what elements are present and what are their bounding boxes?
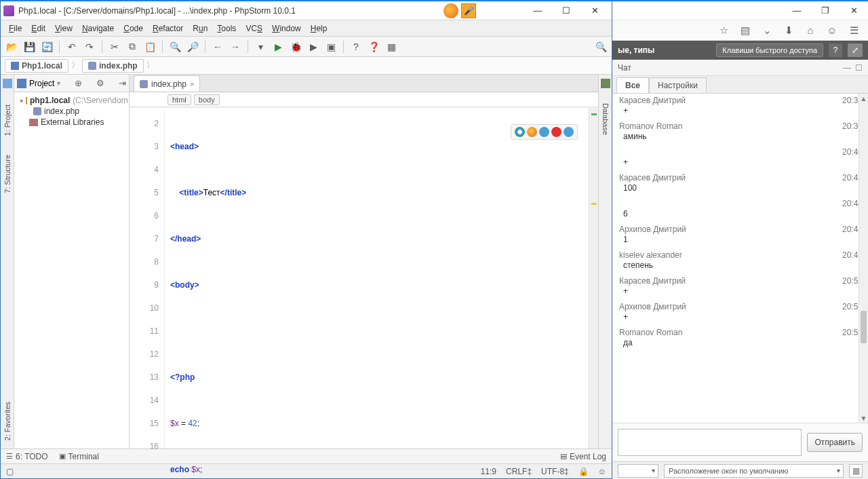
find-icon[interactable]: 🔍	[168, 40, 182, 54]
menu-file[interactable]: File	[5, 22, 26, 35]
save-icon[interactable]: 💾	[22, 40, 36, 54]
structure-tool-tab[interactable]: 7: Structure	[2, 152, 13, 196]
ide-titlebar: Php1.local - [C:/Server/domains/Php1.loc…	[1, 1, 612, 20]
menu-vcs[interactable]: VCS	[241, 22, 267, 35]
help2-icon[interactable]: ❓	[367, 40, 380, 54]
crumb-body[interactable]: body	[194, 94, 220, 105]
replace-icon[interactable]: 🔎	[186, 40, 199, 54]
mic-icon[interactable]: 🎤	[461, 3, 476, 18]
chat-list[interactable]: Карасев Дмитрий20:35+Romanov Roman20:36а…	[612, 94, 868, 423]
tab-settings[interactable]: Настройки	[649, 77, 707, 93]
debug-icon[interactable]: 🐞	[289, 40, 302, 54]
chrome-icon[interactable]	[515, 127, 525, 137]
chat-message: Romanov Roman20:52да	[612, 326, 868, 351]
chat-message: Архипов Дмитрий20:51+	[612, 300, 868, 326]
tree-libs[interactable]: External Libraries	[16, 117, 127, 128]
copy-icon[interactable]: ⧉	[125, 40, 139, 54]
database-tool-tab[interactable]: Database	[600, 100, 611, 138]
tree-file-index[interactable]: index.php	[16, 106, 127, 117]
crumb-html[interactable]: html	[167, 94, 191, 105]
html-crumbs: html body	[130, 92, 598, 107]
safari-icon[interactable]	[539, 127, 549, 137]
forward-icon[interactable]: →	[229, 40, 242, 54]
tree-root[interactable]: ▾ php1.local (C:\Server\dom	[16, 95, 127, 106]
send-button[interactable]: Отправить	[807, 433, 863, 452]
breadcrumb-file[interactable]: index.php	[82, 59, 144, 73]
firefox-icon[interactable]	[443, 3, 458, 18]
chat-message: Карасев Дмитрий20:43100	[612, 171, 868, 197]
open-icon[interactable]: 📂	[5, 40, 18, 54]
back-icon[interactable]: ←	[211, 40, 224, 54]
undo-icon[interactable]: ↶	[65, 40, 79, 54]
project-tool-icon[interactable]	[3, 79, 12, 88]
layout-dropdown[interactable]: Расположение окон по умолчанию	[664, 464, 844, 478]
menu-tools[interactable]: Tools	[213, 22, 240, 35]
help-icon[interactable]: ?	[349, 40, 363, 54]
tab-all[interactable]: Все	[616, 77, 649, 93]
folder-icon	[11, 62, 19, 70]
fullscreen-icon[interactable]: ⤢	[848, 43, 863, 57]
chat-input[interactable]	[618, 429, 802, 456]
breadcrumb-project[interactable]: Php1.local	[5, 59, 68, 73]
paste-icon[interactable]: 📋	[143, 40, 157, 54]
close-tab-icon[interactable]: ×	[190, 80, 194, 88]
chat-message: Архипов Дмитрий20:451	[612, 223, 868, 248]
coverage-icon[interactable]: ▶	[307, 40, 320, 54]
firefox-icon[interactable]	[527, 127, 537, 137]
chat-min-icon[interactable]: —	[843, 63, 851, 73]
favorites-tool-tab[interactable]: 2: Favorites	[2, 399, 13, 443]
run-icon[interactable]: ▶	[271, 40, 285, 54]
close-button[interactable]: ✕	[580, 2, 609, 20]
clipboard-icon[interactable]: ▤	[739, 24, 751, 37]
todo-tab[interactable]: ☰ 6: TODO	[6, 452, 48, 461]
terminal-tab[interactable]: ▣ Terminal	[59, 452, 99, 461]
smile-icon[interactable]: ☺	[826, 24, 838, 37]
stop-icon[interactable]: ▣	[324, 40, 338, 54]
ie-icon[interactable]	[564, 127, 574, 137]
hector-icon[interactable]: ☺	[598, 467, 606, 476]
download-icon[interactable]: ⬇	[783, 24, 795, 37]
redo-icon[interactable]: ↷	[83, 40, 96, 54]
shortcuts-button[interactable]: Клавиши быстрого доступа	[716, 43, 823, 57]
menu-edit[interactable]: Edit	[27, 22, 50, 35]
menu-run[interactable]: Run	[189, 22, 212, 35]
right-window: — ❐ ✕ ☆ ▤ ⌄ ⬇ ⌂ ☺ ☰ ые, типы Клавиши быс…	[612, 0, 868, 479]
menu-navigate[interactable]: Navigate	[78, 22, 118, 35]
structure-icon[interactable]: ▦	[384, 40, 398, 54]
home-icon[interactable]: ⌂	[804, 24, 816, 37]
help-icon[interactable]: ?	[829, 43, 842, 57]
menu-code[interactable]: Code	[119, 22, 147, 35]
menu-bar: File Edit View Navigate Code Refactor Ru…	[1, 20, 612, 37]
menu-window[interactable]: Window	[268, 22, 305, 35]
grid-icon[interactable]: ▦	[849, 464, 863, 478]
close-button[interactable]: ✕	[840, 2, 868, 20]
menu-refactor[interactable]: Refactor	[149, 22, 187, 35]
editor-scrollbar[interactable]	[589, 108, 598, 448]
chat-scrollbar[interactable]: ▲▼	[859, 94, 868, 423]
search-everywhere-icon[interactable]: 🔍	[594, 40, 608, 54]
chat-max-icon[interactable]: ☐	[855, 63, 863, 73]
project-tool-tab[interactable]: 1: Project	[2, 102, 13, 138]
project-panel: Project ▾ ⊕ ⚙ ⇥ ▾ php1.local (C:\Server\…	[14, 75, 130, 448]
editor-tab[interactable]: index.php ×	[134, 75, 200, 92]
menu-icon[interactable]: ☰	[848, 24, 860, 37]
gear-icon[interactable]: ⚙	[96, 78, 104, 88]
minimize-button[interactable]: —	[524, 2, 552, 20]
maximize-button[interactable]: ❐	[811, 2, 840, 20]
status-corner-icon[interactable]: ▢	[6, 467, 14, 476]
star-icon[interactable]: ☆	[717, 24, 730, 37]
collapse-icon[interactable]: ⊕	[75, 78, 82, 88]
code-editor[interactable]: <head> <title>Тест</title> </head> <body…	[165, 108, 589, 448]
pocket-icon[interactable]: ⌄	[761, 24, 773, 37]
opera-icon[interactable]	[551, 127, 561, 137]
small-dropdown[interactable]	[618, 464, 658, 478]
sync-icon[interactable]: 🔄	[40, 40, 54, 54]
config-dd-icon[interactable]: ▾	[254, 40, 267, 54]
maximize-button[interactable]: ☐	[552, 2, 580, 20]
cut-icon[interactable]: ✂	[108, 40, 121, 54]
menu-help[interactable]: Help	[307, 22, 332, 35]
minimize-button[interactable]: —	[783, 2, 811, 20]
menu-view[interactable]: View	[51, 22, 77, 35]
database-icon[interactable]	[601, 79, 610, 88]
hide-icon[interactable]: ⇥	[119, 78, 126, 88]
